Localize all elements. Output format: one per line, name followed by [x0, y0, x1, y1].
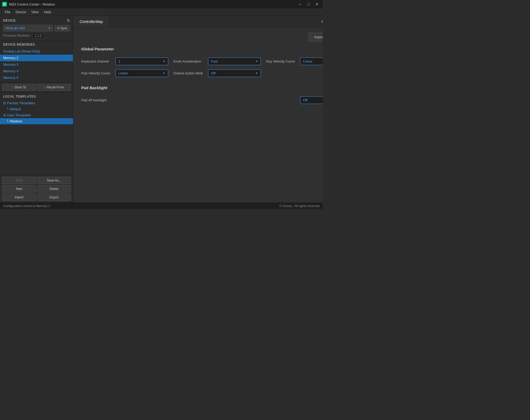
key-velocity-dropdown[interactable]: Linear ▼ — [300, 58, 323, 65]
pad-off-backlight-label: Pad off backlight — [81, 98, 295, 102]
memory-item-3[interactable]: Memory 3 — [0, 61, 73, 68]
keyboard-channel-dropdown[interactable]: 1 ▼ — [115, 58, 168, 65]
new-button[interactable]: New — [2, 185, 36, 193]
firmware-row: Firmware Revision: 1.1.2 — [3, 33, 70, 38]
keyboard-channel-label: Keyboard channel — [81, 59, 110, 63]
sidebar-bottom-buttons: Save Save As... New Delete Import Export — [0, 175, 73, 203]
app-icon: M — [2, 2, 7, 7]
content-area: ControllerMap DEVICE SETTINGS Import Exp… — [73, 16, 323, 203]
sync-button[interactable]: ↺ Sync — [55, 25, 70, 31]
statusbar-right: © Arturia - All rights reserved — [279, 204, 320, 208]
ka-arrow-icon: ▼ — [255, 60, 258, 63]
tree-indent: └ — [6, 107, 9, 111]
factory-expand-icon: ⊟ — [3, 101, 6, 105]
store-recall-row: ↑ Store To ↓ Recall From — [0, 82, 73, 93]
pad-off-backlight-dropdown[interactable]: Off ▼ — [300, 96, 323, 104]
device-select-row: MiniLab mkII ▼ ↺ Sync — [3, 25, 70, 31]
memories-header: DEVICE MEMORIES — [0, 43, 73, 48]
key-velocity-label: Key Velocity Curve — [266, 59, 295, 63]
tab-device-settings[interactable]: DEVICE SETTINGS — [315, 16, 323, 27]
device-header-label: DEVICE — [3, 19, 16, 22]
global-param-title: Global Parameter — [81, 47, 323, 51]
kc-arrow-icon: ▼ — [163, 60, 165, 63]
knob-accel-label: Knob Acceleration — [174, 59, 203, 63]
menu-file[interactable]: File — [2, 9, 13, 15]
memory-item-analog-lab[interactable]: Analog Lab (Read-Only) — [0, 48, 73, 55]
store-icon: ↑ — [12, 85, 13, 89]
global-params-grid: Keyboard channel 1 ▼ Knob Acceleration F… — [81, 58, 323, 77]
window-title: MIDI Control Center - Relative — [9, 2, 294, 6]
device-memories-section: DEVICE MEMORIES Analog Lab (Read-Only) M… — [0, 41, 73, 82]
relative-template-item[interactable]: └ Relative — [0, 118, 73, 124]
device-section: DEVICE ⇅ MiniLab mkII ▼ ↺ Sync Firmware … — [0, 16, 73, 41]
templates-list: ⊟ Factory Templates └ Default ⊟ User Tem… — [0, 100, 73, 174]
maximize-button[interactable]: □ — [305, 2, 312, 7]
knob-accel-dropdown[interactable]: Fast ▼ — [208, 58, 261, 65]
recall-from-button[interactable]: ↓ Recall From — [37, 84, 71, 91]
import-button-sidebar[interactable]: Import — [2, 194, 36, 201]
recall-icon: ↓ — [44, 85, 46, 89]
user-templates-item[interactable]: ⊟ User Templates — [0, 112, 73, 118]
pad-velocity-dropdown[interactable]: Linear ▼ — [115, 69, 168, 77]
window-controls: ─ □ ✕ — [296, 2, 321, 7]
save-as-button[interactable]: Save As... — [37, 177, 71, 184]
content-tabs: ControllerMap DEVICE SETTINGS — [73, 16, 323, 27]
main-layout: DEVICE ⇅ MiniLab mkII ▼ ↺ Sync Firmware … — [0, 16, 323, 203]
pad-velocity-label: Pad Velocity Curve — [81, 71, 110, 75]
memory-item-4[interactable]: Memory 4 — [0, 68, 73, 74]
minimize-button[interactable]: ─ — [296, 2, 304, 7]
pad-backlight-title: Pad Backlight — [81, 85, 323, 90]
statusbar-left: Configuration stored to Memory 2 — [3, 204, 50, 208]
tab-controller-map[interactable]: ControllerMap — [73, 16, 109, 27]
store-to-button[interactable]: ↑ Store To — [2, 84, 36, 91]
default-template-item[interactable]: └ Default — [0, 106, 73, 112]
titlebar: M MIDI Control Center - Relative ─ □ ✕ — [0, 0, 323, 8]
menu-help[interactable]: Help — [41, 9, 54, 15]
memory-item-2[interactable]: Memory 2 — [0, 55, 73, 61]
sync-icon: ↺ — [57, 26, 60, 30]
octave-blink-dropdown[interactable]: Off ▼ — [208, 69, 261, 77]
menu-view[interactable]: View — [29, 9, 41, 15]
content-inner: Import Export Global Parameter Keyboard … — [73, 27, 323, 203]
firmware-label: Firmware Revision: — [3, 34, 30, 37]
close-button[interactable]: ✕ — [313, 2, 321, 7]
sidebar: DEVICE ⇅ MiniLab mkII ▼ ↺ Sync Firmware … — [0, 16, 73, 203]
pv-arrow-icon: ▼ — [163, 72, 165, 75]
import-button[interactable]: Import — [309, 33, 323, 41]
user-expand-icon: ⊟ — [3, 113, 6, 117]
memory-item-5[interactable]: Memory 5 — [0, 74, 73, 81]
local-templates-section: LOCAL TEMPLATES ⊟ Factory Templates └ De… — [0, 93, 73, 175]
dropdown-arrow-icon: ▼ — [48, 27, 51, 30]
menubar: File Device View Help — [0, 8, 323, 16]
import-export-row: Import Export — [81, 33, 323, 41]
save-button[interactable]: Save — [2, 177, 36, 184]
device-header: DEVICE ⇅ — [3, 18, 70, 23]
tab-spacer — [109, 16, 315, 27]
delete-button[interactable]: Delete — [37, 185, 71, 193]
export-button-sidebar[interactable]: Export — [37, 194, 71, 201]
sort-icon[interactable]: ⇅ — [67, 18, 70, 23]
templates-header: LOCAL TEMPLATES — [0, 95, 73, 100]
memories-list: Analog Lab (Read-Only) Memory 2 Memory 3… — [0, 48, 73, 81]
pad-backlight-grid: Pad off backlight Off ▼ — [81, 96, 323, 104]
statusbar: Configuration stored to Memory 2 © Artur… — [0, 203, 323, 209]
ob-arrow-icon: ▼ — [255, 72, 258, 75]
tree-indent-2: └ — [6, 119, 9, 123]
menu-device[interactable]: Device — [13, 9, 29, 15]
octave-blink-label: Octave button blink — [174, 71, 203, 75]
firmware-value: 1.1.2 — [32, 33, 44, 38]
device-dropdown[interactable]: MiniLab mkII ▼ — [3, 25, 53, 31]
factory-templates-item[interactable]: ⊟ Factory Templates — [0, 100, 73, 106]
